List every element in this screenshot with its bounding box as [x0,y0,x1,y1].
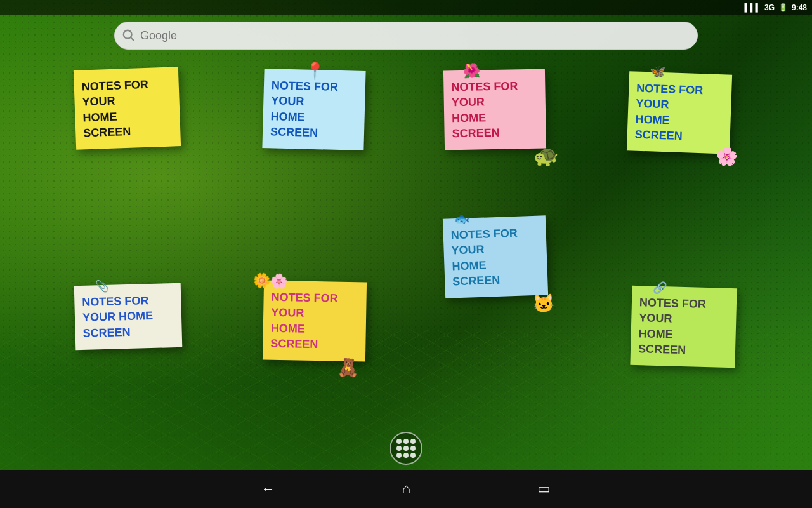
fishbone-icon: 🐟 [454,210,470,228]
signal-label: 3G [764,3,775,12]
flower-pin-icon: 🌺 [462,61,480,80]
divider [102,425,710,425]
search-icon [122,29,136,43]
bear-deco: 🧸 [336,359,358,377]
note-white[interactable]: 📎 NOTES FORYOUR HOMESCREEN [74,283,183,350]
clip-icon: 📎 [95,279,109,295]
back-button[interactable]: ← [261,481,275,497]
signal-indicator: ▌▌▌ [744,3,761,12]
home-button[interactable]: ⌂ [402,481,410,497]
search-bar[interactable] [114,22,698,50]
svg-point-0 [124,30,132,39]
clip-icon2: 🔗 [653,280,667,296]
battery-icon: 🔋 [778,3,788,12]
note-green-light[interactable]: 🦋 NOTES FORYOURHOMESCREEN 🌸 [627,71,732,154]
note-blue[interactable]: 📍 NOTES FORYOURHOMESCREEN [262,69,365,150]
note-yellow[interactable]: NOTES FORYOURHOMESCREEN [74,67,181,150]
status-bar: ▌▌▌ 3G 🔋 9:48 [0,0,812,15]
navigation-bar: ← ⌂ ▭ [0,470,812,508]
note-yellow2[interactable]: 🌼🌸 NOTES FORYOURHOMESCREEN 🧸 [263,281,367,362]
butterfly-icon: 🦋 [649,63,665,81]
note-green2[interactable]: 🔗 NOTES FORYOURHOMESCREEN [630,286,737,368]
app-drawer-button[interactable] [390,432,422,465]
app-drawer-icon [396,439,416,458]
search-input[interactable] [114,22,698,50]
svg-line-1 [131,37,134,41]
pink-flower-deco: 🌸 [716,147,738,166]
flower-deco2: 🌼🌸 [253,271,288,291]
pin-icon: 📍 [304,60,325,83]
cat-deco: 🐱 [532,295,555,313]
note-pink[interactable]: 🌺 NOTES FORYOURHOMESCREEN 🐢 [443,69,546,150]
clock: 9:48 [792,3,807,12]
turtle-deco: 🐢 [534,145,560,166]
recents-button[interactable]: ▭ [537,481,551,497]
note-blue2[interactable]: 🐟 NOTES FORYOURHOMESCREEN 🐱 [443,215,548,298]
